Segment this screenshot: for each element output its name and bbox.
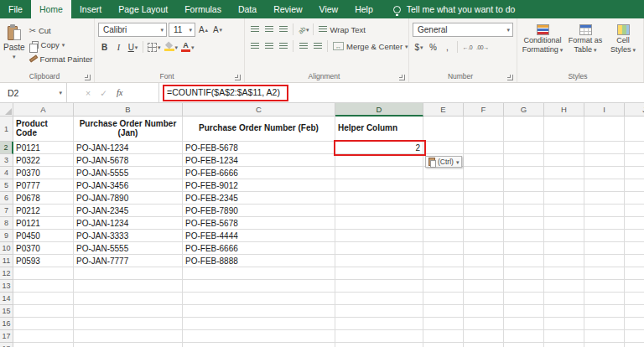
cell-I13[interactable]	[584, 280, 625, 293]
cell-B16[interactable]	[74, 318, 183, 330]
row-header-15[interactable]: 15	[0, 305, 13, 318]
tab-data[interactable]: Data	[230, 0, 265, 18]
tell-me-box[interactable]: Tell me what you want to do	[393, 0, 516, 18]
cell-F8[interactable]	[464, 217, 504, 230]
fill-color-button[interactable]: ▾	[164, 40, 179, 54]
cell-J2[interactable]	[625, 142, 644, 154]
cell-I10[interactable]	[584, 242, 625, 255]
row-header-13[interactable]: 13	[0, 280, 13, 293]
cell-A4[interactable]: P0370	[13, 167, 74, 179]
cell-B2[interactable]: PO-JAN-1234	[74, 142, 183, 154]
align-top-button[interactable]	[248, 23, 261, 36]
cell-F14[interactable]	[464, 293, 504, 305]
cell-C14[interactable]	[183, 293, 335, 305]
cell-B8[interactable]: PO-JAN-1234	[74, 217, 183, 230]
row-header-4[interactable]: 4	[0, 167, 13, 179]
clipboard-dialog-launcher-icon[interactable]	[85, 75, 91, 80]
cell-H11[interactable]	[544, 255, 584, 267]
font-size-select[interactable]: 11 ▾	[169, 23, 195, 37]
cell-J15[interactable]	[625, 305, 644, 318]
tab-file[interactable]: File	[0, 0, 31, 18]
cell-A3[interactable]: P0322	[13, 154, 74, 167]
cell-J7[interactable]	[625, 205, 644, 217]
font-color-button[interactable]: ▾	[180, 40, 195, 54]
cell-I17[interactable]	[584, 330, 625, 343]
cell-H17[interactable]	[544, 330, 584, 343]
cell-B12[interactable]	[74, 267, 183, 280]
tab-review[interactable]: Review	[265, 0, 310, 18]
cell-A2[interactable]: P0121	[13, 142, 74, 154]
cell-I2[interactable]	[584, 142, 625, 154]
copy-button[interactable]: Copy ▾	[28, 38, 95, 51]
cell-J1[interactable]	[625, 117, 644, 142]
cell-A17[interactable]	[13, 330, 74, 343]
column-header-B[interactable]: B	[74, 103, 183, 117]
cell-G8[interactable]	[504, 217, 544, 230]
cell-G14[interactable]	[504, 293, 544, 305]
column-header-J[interactable]: J	[625, 103, 644, 117]
cell-D2[interactable]: 2	[335, 142, 423, 154]
cell-E10[interactable]	[423, 242, 464, 255]
wrap-text-button[interactable]: Wrap Text	[317, 23, 366, 36]
cell-B7[interactable]: PO-JAN-2345	[74, 205, 183, 217]
cell-J18[interactable]	[625, 343, 644, 347]
cell-G1[interactable]	[504, 117, 544, 142]
row-header-1[interactable]: 1	[0, 117, 13, 142]
cell-A16[interactable]	[13, 318, 74, 330]
font-family-select[interactable]: Calibri ▾	[98, 23, 167, 37]
cell-H18[interactable]	[544, 343, 584, 347]
cell-B4[interactable]: PO-JAN-5555	[74, 167, 183, 179]
cell-F7[interactable]	[464, 205, 504, 217]
cell-D10[interactable]	[335, 242, 423, 255]
cell-I15[interactable]	[584, 305, 625, 318]
row-header-16[interactable]: 16	[0, 318, 13, 330]
cell-D14[interactable]	[335, 293, 423, 305]
cut-button[interactable]: Cut	[28, 23, 95, 37]
cell-D8[interactable]	[335, 217, 423, 230]
cell-G2[interactable]	[504, 142, 544, 154]
name-box[interactable]: D2 ▾	[0, 83, 67, 102]
cell-D13[interactable]	[335, 280, 423, 293]
cell-J4[interactable]	[625, 167, 644, 179]
cell-C3[interactable]: PO-FEB-1234	[183, 154, 335, 167]
cell-E8[interactable]	[423, 217, 464, 230]
cell-F3[interactable]	[464, 154, 504, 167]
cell-F5[interactable]	[464, 179, 504, 192]
cell-A5[interactable]: P0777	[13, 179, 74, 192]
cell-F16[interactable]	[464, 318, 504, 330]
cell-C18[interactable]	[183, 343, 335, 347]
cell-F4[interactable]	[464, 167, 504, 179]
cell-J16[interactable]	[625, 318, 644, 330]
cell-J5[interactable]	[625, 179, 644, 192]
cell-E1[interactable]	[423, 117, 464, 142]
row-header-2[interactable]: 2	[0, 142, 13, 154]
cell-E13[interactable]	[423, 280, 464, 293]
column-header-A[interactable]: A	[13, 103, 74, 117]
row-header-6[interactable]: 6	[0, 192, 13, 205]
cell-A18[interactable]	[13, 343, 74, 347]
cell-I1[interactable]	[584, 117, 625, 142]
cancel-button[interactable]: ×	[86, 88, 91, 98]
cell-G15[interactable]	[504, 305, 544, 318]
row-header-5[interactable]: 5	[0, 179, 13, 192]
cell-B14[interactable]	[74, 293, 183, 305]
cell-G11[interactable]	[504, 255, 544, 267]
tab-view[interactable]: View	[311, 0, 347, 18]
row-header-10[interactable]: 10	[0, 242, 13, 255]
cell-B15[interactable]	[74, 305, 183, 318]
cell-H10[interactable]	[544, 242, 584, 255]
paste-button[interactable]: Paste ▾	[3, 21, 25, 71]
tab-home[interactable]: Home	[31, 0, 71, 18]
column-header-I[interactable]: I	[584, 103, 625, 117]
formula-input[interactable]: =COUNTIF($A$2:$A$11, A2)	[159, 83, 644, 102]
cell-J6[interactable]	[625, 192, 644, 205]
font-dialog-launcher-icon[interactable]	[235, 75, 241, 80]
cell-C5[interactable]: PO-FEB-9012	[183, 179, 335, 192]
cell-H7[interactable]	[544, 205, 584, 217]
cell-G18[interactable]	[504, 343, 544, 347]
cell-C11[interactable]: PO-FEB-8888	[183, 255, 335, 267]
align-middle-button[interactable]	[262, 23, 275, 36]
cell-J14[interactable]	[625, 293, 644, 305]
number-dialog-launcher-icon[interactable]	[507, 75, 513, 80]
orientation-button[interactable]: ▾	[297, 23, 309, 36]
